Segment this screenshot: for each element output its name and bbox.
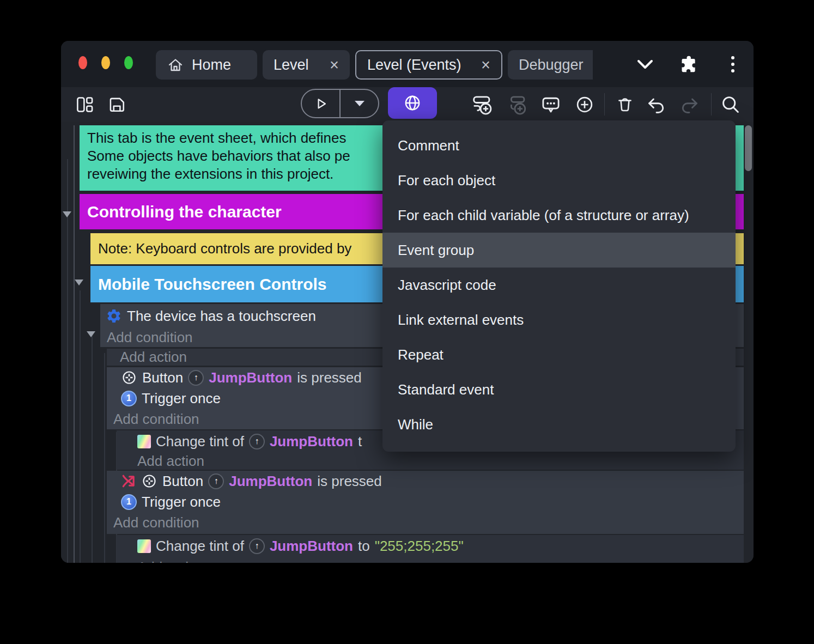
tab-label: Level xyxy=(274,57,309,74)
preview-play-button[interactable] xyxy=(302,90,339,117)
toolbar xyxy=(61,87,754,121)
group-title: Mobile Touchscreen Controls xyxy=(98,275,327,294)
action-area[interactable]: Change tint of ↑ JumpButton to "255;255;… xyxy=(117,535,744,563)
collapse-arrow-icon[interactable] xyxy=(63,211,71,217)
gamepad-icon xyxy=(141,473,157,489)
add-action-link[interactable]: Add action xyxy=(137,559,204,563)
instance-name[interactable]: JumpButton xyxy=(229,473,312,490)
tab-home[interactable]: Home xyxy=(156,50,257,80)
direction-up-icon: ↑ xyxy=(208,473,224,489)
add-condition-link[interactable]: Add condition xyxy=(113,514,199,531)
kebab-menu-icon xyxy=(730,54,736,74)
indent-guide xyxy=(74,125,75,563)
event-block-button-pressed-inverted[interactable]: Button ↑ JumpButton is pressed 1 Trigger… xyxy=(107,471,744,534)
condition-suffix: is pressed xyxy=(317,473,382,490)
indent-guide xyxy=(80,290,81,563)
menu-item-standard-event[interactable]: Standard event xyxy=(382,372,736,407)
action-suffix: t xyxy=(358,433,362,450)
redo-button-disabled[interactable] xyxy=(677,93,702,117)
collapse-arrow-icon[interactable] xyxy=(75,280,83,285)
addons-button[interactable] xyxy=(678,41,700,87)
condition-suffix: is pressed xyxy=(297,369,362,386)
undo-button[interactable] xyxy=(644,93,669,117)
instance-name[interactable]: JumpButton xyxy=(270,538,353,555)
preview-split-button xyxy=(301,89,379,118)
menu-item-repeat[interactable]: Repeat xyxy=(382,337,736,372)
add-event-context-menu: Comment For each object For each child v… xyxy=(382,120,736,452)
indent-guide xyxy=(104,353,105,563)
direction-up-icon: ↑ xyxy=(249,538,265,554)
tab-level[interactable]: Level × xyxy=(263,50,350,80)
delete-button[interactable] xyxy=(612,93,637,117)
condition-text[interactable]: The device has a touchscreen xyxy=(127,308,316,325)
tab-label: Level (Events) xyxy=(367,57,461,74)
comment-bubble-icon xyxy=(540,94,562,116)
add-event-button[interactable] xyxy=(469,93,496,117)
tab-close-icon[interactable]: × xyxy=(481,57,490,73)
vertical-scrollbar-thumb[interactable] xyxy=(745,125,752,171)
tint-color-icon xyxy=(137,435,151,448)
tab-list-chevron-button[interactable] xyxy=(634,41,656,87)
collapse-arrow-icon[interactable] xyxy=(87,331,95,337)
layout-panels-icon xyxy=(75,95,95,114)
action-value[interactable]: "255;255;255" xyxy=(375,538,464,555)
action-text[interactable]: Change tint of xyxy=(156,538,244,555)
redo-icon xyxy=(679,94,700,115)
tab-debugger[interactable]: Debugger xyxy=(508,50,593,80)
caret-down-icon xyxy=(354,100,366,107)
direction-up-icon: ↑ xyxy=(188,370,204,386)
plus-circle-icon xyxy=(574,94,595,115)
traffic-minimize-button[interactable] xyxy=(101,56,110,69)
menu-item-link-external-events[interactable]: Link external events xyxy=(382,302,736,337)
add-comment-button[interactable] xyxy=(537,93,564,117)
condition-object[interactable]: Button xyxy=(142,369,183,386)
toolbar-separator xyxy=(604,93,605,116)
save-icon xyxy=(107,95,126,114)
condition-text[interactable]: Trigger once xyxy=(142,494,221,511)
add-action-link[interactable]: Add action xyxy=(120,349,187,366)
instance-name[interactable]: JumpButton xyxy=(209,369,292,386)
condition-text[interactable]: Trigger once xyxy=(142,390,221,407)
toolbar-separator xyxy=(711,93,712,116)
action-text[interactable]: Change tint of xyxy=(156,433,244,450)
add-action-link[interactable]: Add action xyxy=(137,453,204,470)
action-to: to xyxy=(358,538,370,555)
save-button[interactable] xyxy=(105,93,129,117)
traffic-zoom-button[interactable] xyxy=(124,56,133,69)
add-subevent-button-disabled[interactable] xyxy=(503,93,531,117)
tab-level-events[interactable]: Level (Events) × xyxy=(355,50,502,80)
menu-item-javascript-code[interactable]: Javascript code xyxy=(382,268,736,302)
add-condition-link[interactable]: Add condition xyxy=(113,411,199,428)
undo-icon xyxy=(646,94,667,115)
tab-label: Home xyxy=(192,57,231,74)
condition-object[interactable]: Button xyxy=(162,473,203,490)
add-event-icon xyxy=(471,94,493,116)
tab-close-icon[interactable]: × xyxy=(330,57,339,73)
add-event-menu-button[interactable] xyxy=(388,87,437,119)
menu-item-for-each-child-variable[interactable]: For each child variable (of a structure … xyxy=(382,198,736,233)
add-button[interactable] xyxy=(571,93,598,117)
trigger-once-icon: 1 xyxy=(121,494,137,510)
add-condition-link[interactable]: Add condition xyxy=(107,329,193,346)
search-icon xyxy=(720,94,741,115)
preview-options-dropdown[interactable] xyxy=(339,90,378,117)
overflow-menu-button[interactable] xyxy=(725,41,741,87)
gear-icon xyxy=(106,308,122,324)
menu-item-for-each-object[interactable]: For each object xyxy=(382,163,736,198)
trash-icon xyxy=(615,95,635,114)
instance-name[interactable]: JumpButton xyxy=(270,433,353,450)
group-title: Controlling the character xyxy=(87,203,282,221)
indent-guide xyxy=(92,331,93,563)
menu-item-comment[interactable]: Comment xyxy=(382,128,736,163)
traffic-close-button[interactable] xyxy=(78,56,87,69)
play-icon xyxy=(313,95,329,112)
add-subevent-icon xyxy=(506,94,528,116)
toggle-panels-button[interactable] xyxy=(73,93,97,117)
menu-item-while[interactable]: While xyxy=(382,407,736,442)
chevron-down-icon xyxy=(636,58,654,70)
app-window: Home Level × Level (Events) × Debugger xyxy=(61,41,754,563)
tab-label: Debugger xyxy=(519,57,584,74)
gamepad-icon xyxy=(121,369,137,386)
menu-item-event-group[interactable]: Event group xyxy=(382,233,736,268)
search-button[interactable] xyxy=(718,93,743,117)
